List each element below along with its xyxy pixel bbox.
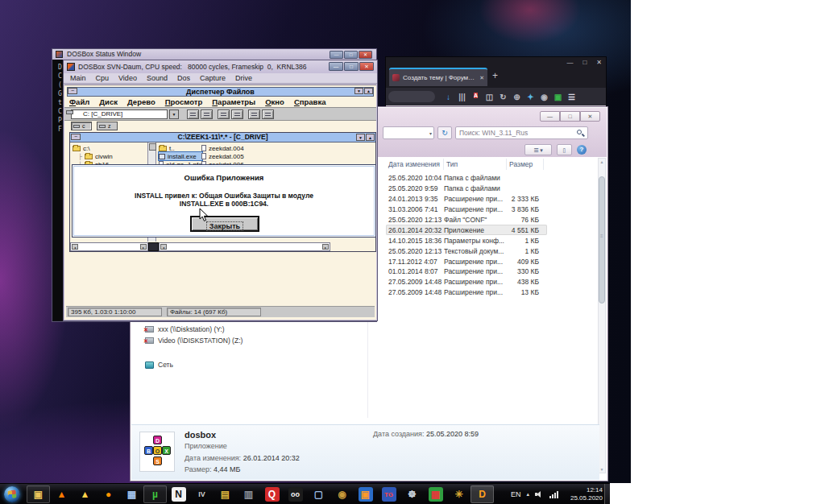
taskbar-firefox[interactable]: ● bbox=[97, 485, 120, 503]
list-item-install-exe[interactable]: install.exe bbox=[159, 152, 202, 160]
menu-item[interactable]: Drive bbox=[235, 74, 252, 82]
scroll-left-icon[interactable]: ◂ bbox=[72, 244, 78, 250]
dosbox-window[interactable]: DOSBox SVN-Daum, CPU speed: 80000 cycles… bbox=[63, 60, 378, 321]
new-tab-button[interactable]: + bbox=[492, 70, 498, 81]
scroll-down-icon[interactable]: ▼ bbox=[599, 467, 605, 472]
refresh-icon[interactable]: ↻ bbox=[496, 90, 510, 104]
column-header-date[interactable]: Дата изменения bbox=[386, 159, 444, 170]
sort-name-button[interactable] bbox=[218, 109, 230, 119]
chevron-down-icon[interactable]: ▾ bbox=[429, 130, 432, 136]
taskbar-notepad[interactable]: N bbox=[167, 485, 190, 503]
browser-window[interactable]: — □ ✕ Создать тему | Форум Old-Ga ✕ + ↓|… bbox=[385, 56, 607, 108]
status-window-controls[interactable]: — □ ✕ bbox=[330, 51, 372, 59]
minimize-icon[interactable]: — bbox=[329, 62, 343, 71]
system-menu-button[interactable]: − bbox=[68, 88, 77, 94]
preview-pane-button[interactable]: ▯ bbox=[557, 144, 572, 155]
taskbar-utorrent[interactable]: µ bbox=[143, 485, 167, 503]
network-signal-icon[interactable] bbox=[549, 490, 558, 498]
maximize-icon[interactable]: ▲ bbox=[366, 134, 375, 141]
menu-item[interactable]: Просмотр bbox=[165, 97, 203, 106]
table-row[interactable]: 24.01.2013 9:35 Расширение при... 2 333 … bbox=[386, 194, 547, 204]
globe-icon[interactable]: ⊕ bbox=[510, 90, 524, 104]
refresh-button[interactable]: ↻ bbox=[437, 126, 452, 139]
list-item-zeekdat005[interactable]: zeekdat.005 bbox=[201, 152, 244, 160]
table-row[interactable]: 27.05.2009 14:48 Расширение при... 438 К… bbox=[386, 277, 547, 287]
taskbar-gold-badge[interactable]: ◉ bbox=[330, 485, 354, 503]
menu-item[interactable]: Sound bbox=[147, 74, 168, 82]
maximize-icon[interactable]: □ bbox=[344, 62, 359, 71]
pane-splitter[interactable] bbox=[148, 242, 159, 251]
help-button[interactable]: ? bbox=[577, 145, 587, 155]
sidebar-item-network-drive-z[interactable]: Video (\\DISKSTATION) (Z:) bbox=[145, 337, 243, 345]
table-row[interactable]: 25.05.2020 10:04 Папка с файлами bbox=[386, 173, 547, 184]
taskbar-irfanview[interactable]: IV bbox=[190, 485, 214, 503]
taskbar-remote-pc[interactable]: ▢ bbox=[307, 485, 330, 503]
sidebar-item-network[interactable]: Сеть bbox=[145, 361, 173, 369]
menu-item[interactable]: Окно bbox=[265, 97, 284, 106]
address-bar-fragment[interactable]: ▾ bbox=[383, 126, 434, 139]
taskbar-photo-viewer[interactable]: ▦ bbox=[120, 485, 143, 503]
list-item-zeekdat004[interactable]: zeekdat.004 bbox=[201, 144, 244, 152]
account-icon[interactable]: ◉ bbox=[537, 90, 551, 104]
menu-item[interactable]: Video bbox=[118, 74, 137, 82]
minimize-icon[interactable]: ▼ bbox=[356, 134, 365, 141]
taskbar-tg-game[interactable]: TG bbox=[377, 485, 400, 503]
view-options-button[interactable]: ☰ ▾ bbox=[524, 144, 552, 155]
close-icon[interactable]: ✕ bbox=[359, 51, 372, 59]
sidebar-item-network-drive-y[interactable]: xxx (\\Diskstation) (Y:) bbox=[145, 325, 225, 333]
column-headers[interactable]: Дата изменения Тип Размер bbox=[386, 159, 544, 170]
files-horizontal-scrollbar[interactable]: ◂ ▸ bbox=[159, 242, 330, 251]
menu-icon[interactable]: ☰ bbox=[565, 90, 578, 104]
drive-combobox-dropdown[interactable]: ▼ bbox=[169, 109, 179, 119]
pinwheel-icon[interactable]: ✦ bbox=[524, 90, 537, 104]
scroll-up-icon[interactable]: ▲ bbox=[599, 159, 605, 164]
view-tree-button[interactable] bbox=[201, 109, 213, 119]
menu-item[interactable]: Cpu bbox=[96, 74, 110, 82]
adblock-icon[interactable]: A bbox=[471, 90, 481, 101]
table-row[interactable]: 26.01.2014 20:32 Приложение 4 551 КБ bbox=[386, 225, 547, 235]
table-row[interactable]: 25.05.2020 12:13 Текстовый докум... 1 КБ bbox=[386, 246, 547, 256]
table-row[interactable]: 01.01.2014 8:07 Расширение при... 330 КБ bbox=[386, 266, 547, 277]
scroll-right-icon[interactable]: ▸ bbox=[140, 244, 147, 250]
dosbox-window-controls[interactable]: — □ ✕ bbox=[329, 62, 374, 71]
scrollbar-thumb[interactable] bbox=[599, 176, 605, 304]
table-row[interactable]: 27.05.2009 14:48 Расширение при... 13 КБ bbox=[386, 287, 547, 298]
view-both-button[interactable] bbox=[187, 109, 199, 119]
drive-button-z[interactable]: z bbox=[97, 122, 118, 130]
menu-item[interactable]: Параметры bbox=[212, 97, 255, 106]
close-icon[interactable]: ✕ bbox=[359, 62, 374, 71]
browser-window-controls[interactable]: — □ ✕ bbox=[566, 59, 602, 66]
url-bar[interactable] bbox=[388, 91, 435, 102]
maximize-icon[interactable]: □ bbox=[560, 111, 580, 122]
sidebar-icon[interactable]: ◫ bbox=[483, 90, 496, 104]
taskbar-ornament[interactable]: ✳ bbox=[447, 485, 471, 503]
table-row[interactable]: 17.11.2012 4:07 Расширение при... 409 КБ bbox=[386, 256, 547, 266]
column-header-type[interactable]: Тип bbox=[444, 159, 507, 170]
minimize-icon[interactable]: — bbox=[566, 59, 573, 66]
column-header-size[interactable]: Размер bbox=[507, 159, 544, 170]
language-indicator[interactable]: EN bbox=[511, 490, 521, 498]
taskbar-bus-photo[interactable]: ▤ bbox=[214, 485, 237, 503]
minimize-icon[interactable]: — bbox=[330, 51, 343, 59]
menu-item[interactable]: Дерево bbox=[127, 97, 155, 106]
table-row[interactable]: 14.10.2015 18:36 Параметры конф... 1 КБ bbox=[386, 235, 547, 246]
taskbar-q-app[interactable]: Q bbox=[260, 485, 284, 503]
help-tool-button[interactable] bbox=[262, 109, 274, 119]
list-item-updir[interactable]: t.. bbox=[159, 144, 202, 152]
menu-item[interactable]: Справка bbox=[294, 97, 326, 106]
tree-horizontal-scrollbar[interactable]: ◂ ▸ bbox=[70, 242, 148, 251]
taskbar-truck[interactable]: ▥ bbox=[237, 485, 260, 503]
download-icon[interactable]: ↓ bbox=[442, 90, 455, 104]
system-menu-button[interactable]: − bbox=[71, 134, 81, 140]
menu-item[interactable]: Main bbox=[70, 74, 86, 82]
drive-button-c[interactable]: c bbox=[71, 122, 92, 130]
menu-item[interactable]: Capture bbox=[200, 74, 226, 82]
start-button[interactable] bbox=[4, 486, 20, 502]
menu-item[interactable]: Файл bbox=[69, 97, 89, 106]
maximize-icon[interactable]: □ bbox=[582, 59, 587, 66]
maximize-icon[interactable]: □ bbox=[344, 51, 358, 59]
clock[interactable]: 12:14 25.05.2020 bbox=[564, 486, 603, 502]
tree-item-root[interactable]: c:\ bbox=[70, 144, 147, 152]
library-icon[interactable]: ||| bbox=[455, 90, 469, 104]
explorer-window-controls[interactable]: — □ ✕ bbox=[540, 111, 600, 122]
